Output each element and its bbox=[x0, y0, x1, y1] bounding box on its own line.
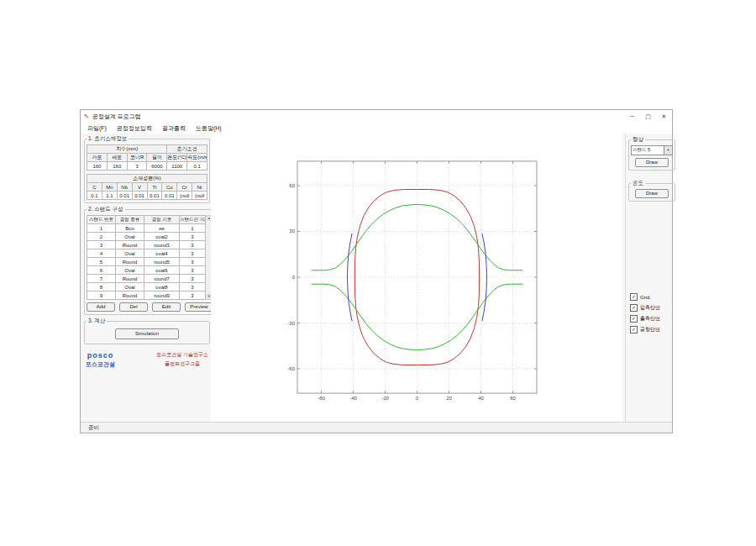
svg-text:-20: -20 bbox=[381, 396, 389, 401]
table-row[interactable]: 7Roundround73 bbox=[87, 275, 206, 283]
stand-col-3: 스탠드간 거리 bbox=[180, 216, 206, 224]
posco-logo: posco 포스코건설 bbox=[86, 351, 115, 369]
stand-cell: 9 bbox=[87, 291, 116, 300]
stand-table: 스탠드 번호공형 종류공형 기호스탠드간 거리 1Boxee12Ovaloval… bbox=[87, 215, 206, 300]
menu-bar: 파일(F)공정정보입력결과출력도움말(H) bbox=[81, 123, 672, 134]
composition-table: 소재성분(%) CMnNbVTiCuCrNi 0.11.10.010.010.0… bbox=[87, 174, 207, 200]
table-row[interactable]: 5Roundround53 bbox=[87, 258, 206, 266]
menu-item-1[interactable]: 공정정보입력 bbox=[112, 124, 157, 133]
col-cornerR: 코너R bbox=[127, 154, 147, 162]
table-row[interactable]: 2Ovaloval23 bbox=[87, 233, 206, 241]
display-option-입측단면[interactable]: ✓입측단면 bbox=[630, 304, 660, 312]
stand-cell: 3 bbox=[180, 241, 206, 249]
comp-val-Cr: (null bbox=[177, 192, 192, 200]
stand-cell: Box bbox=[116, 224, 144, 233]
stand-cell: 3 bbox=[180, 275, 206, 283]
chevron-down-icon[interactable]: ▼ bbox=[664, 146, 672, 155]
table-row[interactable]: 9Roundround93 bbox=[87, 291, 206, 300]
stand-col-1: 공형 종류 bbox=[116, 216, 144, 224]
temperature-group: 온도 Draw bbox=[628, 180, 675, 202]
val-width: 160 bbox=[87, 162, 108, 171]
simulation-button[interactable]: Simulation bbox=[115, 328, 179, 339]
svg-text:-60: -60 bbox=[287, 366, 295, 371]
stand-cell: 3 bbox=[87, 241, 116, 249]
branding-area: posco 포스코건설 포스코건설 기술연구소 플랜트연구그룹 bbox=[84, 347, 210, 370]
display-option-출측단면[interactable]: ✓출측단면 bbox=[630, 315, 660, 323]
status-text: 준비 bbox=[88, 424, 99, 432]
menu-item-3[interactable]: 도움말(H) bbox=[191, 124, 227, 133]
stand-cell: 3 bbox=[180, 233, 206, 241]
dims-group-header: 치수(mm) bbox=[87, 145, 167, 154]
comp-val-Ni: (null bbox=[192, 192, 207, 200]
table-row[interactable]: 4Ovaloval43 bbox=[87, 249, 206, 258]
stand-cell: 3 bbox=[180, 266, 206, 275]
svg-text:-60: -60 bbox=[318, 396, 325, 401]
stand-select-dropdown[interactable]: 스탠드 5 ▼ bbox=[631, 145, 673, 155]
minimize-icon[interactable]: ─ bbox=[624, 110, 640, 123]
menu-item-2[interactable]: 결과출력 bbox=[157, 124, 191, 133]
svg-text:0: 0 bbox=[416, 396, 419, 401]
svg-text:20: 20 bbox=[446, 396, 452, 401]
shape-group: 형상 스탠드 5 ▼ Draw bbox=[628, 136, 675, 171]
stand-cell: 5 bbox=[87, 258, 116, 266]
content-area: 1. 초기소재정보 치수(mm) 초기조건 가로 세로 코너R 길이 온도(°C… bbox=[81, 134, 672, 423]
checkbox-label: 입측단면 bbox=[640, 304, 660, 312]
edit-button[interactable]: Edit bbox=[152, 302, 181, 312]
add-button[interactable]: Add bbox=[87, 302, 115, 312]
comp-val-Cu: 0.01 bbox=[162, 192, 177, 200]
left-panel: 1. 초기소재정보 치수(mm) 초기조건 가로 세로 코너R 길이 온도(°C… bbox=[84, 135, 210, 370]
close-icon[interactable]: ✕ bbox=[656, 110, 672, 123]
val-height: 160 bbox=[107, 162, 127, 171]
stand-cell: 4 bbox=[87, 249, 116, 258]
stand-cell: 8 bbox=[87, 283, 116, 291]
chart-panel: -60-40-200204060-60-3003060 bbox=[211, 134, 622, 423]
comp-val-C: 0.1 bbox=[87, 192, 102, 200]
comp-val-Mn: 1.1 bbox=[102, 192, 117, 200]
initcond-group-header: 초기조건 bbox=[167, 145, 207, 154]
stand-cell: oval8 bbox=[144, 283, 180, 291]
comp-val-Nb: 0.01 bbox=[117, 192, 132, 200]
stand-col-2: 공형 기호 bbox=[144, 216, 180, 224]
comp-val-Ti: 0.01 bbox=[147, 192, 162, 200]
window-controls: ─ ▢ ✕ bbox=[624, 110, 672, 123]
shape-draw-button[interactable]: Draw bbox=[635, 158, 669, 167]
checkbox-icon[interactable]: ✓ bbox=[630, 326, 638, 333]
posco-logo-subtext: 포스코건설 bbox=[86, 360, 115, 369]
composition-title: 소재성분(%) bbox=[87, 175, 207, 183]
checkbox-icon[interactable]: ✓ bbox=[630, 293, 638, 301]
comp-val-V: 0.01 bbox=[132, 192, 147, 200]
svg-text:30: 30 bbox=[289, 228, 295, 234]
stand-cell: 1 bbox=[180, 224, 206, 233]
table-row[interactable]: 1Boxee1 bbox=[87, 224, 206, 233]
stand-config-group: 2. 스탠드 구성 스탠드 번호공형 종류공형 기호스탠드간 거리 1Boxee… bbox=[84, 206, 216, 315]
del-button[interactable]: Del bbox=[119, 302, 148, 312]
display-option-Grid[interactable]: ✓Grid bbox=[630, 293, 660, 301]
maximize-icon[interactable]: ▢ bbox=[640, 110, 656, 123]
dimensions-table: 치수(mm) 초기조건 가로 세로 코너R 길이 온도(°C) 속도(m/s) … bbox=[87, 144, 207, 171]
stand-cell: round7 bbox=[144, 275, 180, 283]
posco-logo-text: posco bbox=[86, 351, 115, 360]
table-row[interactable]: 3Roundround33 bbox=[87, 241, 206, 249]
comp-col-Nb: Nb bbox=[117, 183, 132, 192]
menu-item-0[interactable]: 파일(F) bbox=[82, 124, 112, 133]
series-groove-bottom-roll bbox=[312, 284, 522, 349]
comp-col-V: V bbox=[132, 183, 147, 192]
stand-cell: Round bbox=[116, 291, 144, 300]
checkbox-icon[interactable]: ✓ bbox=[630, 315, 638, 323]
display-options: ✓Grid✓입측단면✓출측단면✓공형단면 bbox=[630, 293, 660, 337]
comp-col-Cu: Cu bbox=[162, 183, 177, 192]
stand-cell: round9 bbox=[144, 291, 180, 300]
calculation-group: 3. 계산 Simulation bbox=[84, 318, 210, 344]
stand-cell: 3 bbox=[180, 291, 206, 300]
table-row[interactable]: 8Ovaloval83 bbox=[87, 283, 206, 291]
svg-text:60: 60 bbox=[289, 183, 295, 188]
svg-text:40: 40 bbox=[478, 396, 484, 401]
calculation-title: 3. 계산 bbox=[87, 318, 107, 325]
preview-button[interactable]: Preview bbox=[185, 302, 213, 312]
table-row[interactable]: 6Ovaloval63 bbox=[87, 266, 206, 275]
display-option-공형단면[interactable]: ✓공형단면 bbox=[630, 326, 660, 333]
svg-text:0: 0 bbox=[292, 275, 296, 280]
checkbox-label: 출측단면 bbox=[640, 315, 660, 323]
temperature-draw-button[interactable]: Draw bbox=[635, 189, 669, 198]
checkbox-icon[interactable]: ✓ bbox=[630, 304, 638, 312]
